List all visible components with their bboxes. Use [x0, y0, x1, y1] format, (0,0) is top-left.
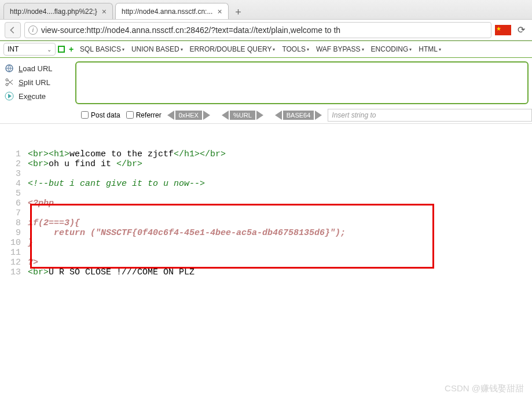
code-line: 12?>	[0, 258, 532, 267]
scissors-icon	[5, 78, 14, 87]
chevron-down-icon: ⌄	[47, 46, 52, 53]
encode-base64[interactable]: BASE64	[275, 111, 322, 120]
code-line: 7	[0, 208, 532, 218]
reload-button[interactable]: ⟳	[515, 24, 527, 36]
svg-point-1	[6, 79, 8, 81]
code-line: 8if(2===3){	[0, 218, 532, 228]
close-icon[interactable]: ×	[217, 7, 222, 16]
new-tab-button[interactable]: +	[231, 5, 246, 19]
tab-2[interactable]: http://node4.anna.nssctf.cn:... ×	[115, 3, 229, 19]
caret-down-icon: ▾	[307, 47, 309, 52]
globe-icon	[5, 64, 14, 73]
menu-sql-basics[interactable]: SQL BASICS▾	[78, 45, 127, 53]
referrer-checkbox[interactable]: Referrer	[126, 111, 162, 119]
code-line: 9 return ("NSSCTF{0f40c6f4-45e1-4bee-ac5…	[0, 228, 532, 238]
caret-down-icon: ▾	[409, 47, 412, 52]
tab-title: http://node4....flag.php%22;}	[10, 8, 97, 16]
int-label: INT	[8, 45, 19, 53]
caret-down-icon: ▾	[362, 47, 364, 52]
encode-0xhex[interactable]: 0xHEX	[167, 111, 210, 120]
menu-encoding[interactable]: ENCODING▾	[369, 45, 414, 53]
code-line: 6<?php	[0, 199, 532, 208]
menu-html[interactable]: HTML▾	[416, 45, 443, 53]
address-bar[interactable]: i view-source:http://node4.anna.nssctf.c…	[24, 22, 491, 38]
code-line: 11	[0, 248, 532, 258]
insert-string-input[interactable]: Insert string to	[328, 109, 532, 122]
execute-button[interactable]: Execute	[5, 89, 71, 103]
back-icon	[9, 26, 17, 34]
code-line: 10}	[0, 238, 532, 248]
menu-waf-bypass[interactable]: WAF BYPASS▾	[314, 45, 366, 53]
address-row: i view-source:http://node4.anna.nssctf.c…	[0, 20, 532, 41]
play-icon	[5, 91, 14, 101]
hackbar-toolbar: INT ⌄ + SQL BASICS▾UNION BASED▾ERROR/DOU…	[0, 41, 532, 58]
stop-icon[interactable]	[58, 46, 65, 53]
caret-down-icon: ▾	[122, 47, 124, 52]
menu-union-based[interactable]: UNION BASED▾	[129, 45, 185, 53]
caret-down-icon: ▾	[273, 47, 275, 52]
code-line: 1<br><h1>welcome to the zjctf</h1></br>	[0, 149, 532, 159]
code-line: 4<!--but i cant give it to u now-->	[0, 179, 532, 189]
svg-point-2	[6, 83, 8, 86]
post-data-checkbox[interactable]: Post data	[81, 111, 120, 119]
code-line: 13<br>U R SO CLOSE !///COME ON PLZ	[0, 267, 532, 277]
caret-down-icon: ▾	[439, 47, 441, 52]
watermark: CSDN @赚钱娶甜甜	[445, 383, 524, 394]
code-line: 5	[0, 189, 532, 199]
code-line: 2<br>oh u find it </br>	[0, 159, 532, 169]
tab-1[interactable]: http://node4....flag.php%22;} ×	[3, 3, 113, 19]
source-view: 1<br><h1>welcome to the zjctf</h1></br>2…	[0, 124, 532, 297]
close-icon[interactable]: ×	[102, 7, 107, 16]
tab-title: http://node4.anna.nssctf.cn:...	[122, 8, 212, 16]
load-url-button[interactable]: Load URL	[5, 61, 71, 75]
caret-down-icon: ▾	[181, 47, 183, 52]
split-url-button[interactable]: Split URL	[5, 75, 71, 89]
menu-error-double-query[interactable]: ERROR/DOUBLE QUERY▾	[188, 45, 278, 53]
int-selector[interactable]: INT ⌄	[3, 43, 56, 56]
info-icon[interactable]: i	[28, 25, 38, 35]
encode-url[interactable]: %URL	[222, 111, 263, 120]
tab-bar: http://node4....flag.php%22;} × http://n…	[0, 0, 532, 20]
mid-row: Load URL Split URL Execute	[0, 58, 532, 107]
flag-cn-icon[interactable]	[495, 25, 511, 35]
url-text: view-source:http://node4.anna.nssctf.cn:…	[41, 25, 487, 35]
code-line: 3	[0, 169, 532, 179]
url-input[interactable]	[75, 61, 529, 104]
options-row: Post data Referrer 0xHEX%URLBASE64 Inser…	[0, 107, 532, 124]
back-button[interactable]	[5, 22, 21, 38]
left-actions: Load URL Split URL Execute	[0, 58, 75, 107]
add-icon[interactable]: +	[67, 45, 75, 54]
menu-tools[interactable]: TOOLS▾	[280, 45, 311, 53]
